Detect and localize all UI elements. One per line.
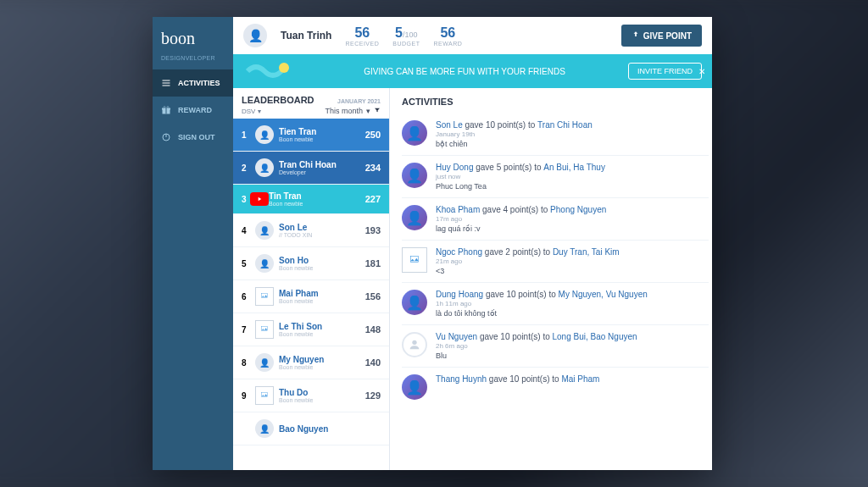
- invite-friend-button[interactable]: INVITE FRIEND: [628, 63, 702, 80]
- user-avatar[interactable]: 👤: [243, 24, 267, 47]
- user-name: Tuan Trinh: [281, 30, 331, 42]
- activity-time: 2h 6m ago: [436, 342, 709, 350]
- leaderboard-points: 156: [365, 291, 381, 302]
- org-name: DESIGNVELOPER: [153, 55, 233, 69]
- leaderboard-points: 227: [365, 194, 381, 204]
- activity-time: January 19th: [436, 130, 709, 138]
- activity-text: Khoa Pham gave 4 point(s) to Phong Nguye…: [436, 205, 709, 214]
- give-point-label: GIVE POINT: [643, 31, 692, 41]
- avatar: 👤: [255, 158, 274, 177]
- leaderboard-row[interactable]: 8👤My NguyenBoon newbie140: [233, 346, 389, 379]
- avatar-blank: [402, 332, 427, 357]
- activity-text: Vu Nguyen gave 10 point(s) to Long Bui, …: [436, 332, 709, 341]
- avatar-placeholder: [255, 386, 274, 405]
- leaderboard-name: Son Ho: [279, 256, 365, 265]
- activity-message: bột chiên: [436, 140, 709, 148]
- avatar: 👤: [255, 254, 274, 273]
- gift-icon: [161, 105, 173, 115]
- leaderboard-rank: 3: [242, 195, 250, 204]
- leaderboard-panel: LEADERBOARD JANUARY 2021 DSV ▾ This mont…: [233, 88, 390, 470]
- sidebar: boon DESIGNVELOPER ACTIVITIES REWARD SIG…: [153, 17, 233, 470]
- leaderboard-name: My Nguyen: [279, 355, 365, 364]
- power-icon: [161, 132, 173, 142]
- stat-received-label: RECEIVED: [345, 41, 379, 47]
- nav-activities-label: ACTIVITIES: [178, 79, 220, 87]
- leaderboard-role: Boon newbie: [279, 298, 365, 304]
- nav-activities[interactable]: ACTIVITIES: [153, 69, 233, 97]
- leaderboard-rank: 2: [242, 163, 250, 173]
- leaderboard-role: Boon newbie: [279, 331, 365, 337]
- svg-rect-5: [166, 108, 167, 114]
- leaderboard-row[interactable]: 👤Bao Nguyen: [233, 412, 389, 445]
- svg-rect-0: [163, 80, 170, 81]
- leaderboard-rank: 6: [242, 292, 250, 302]
- leaderboard-title: LEADERBOARD: [242, 95, 314, 105]
- leaderboard-row[interactable]: 5👤Son HoBoon newbie181: [233, 247, 389, 280]
- activities-panel: ACTIVITIES 👤Son Le gave 10 point(s) to T…: [390, 88, 712, 470]
- leaderboard-role: Boon newbie: [279, 136, 365, 142]
- leaderboard-row[interactable]: 7Le Thi SonBoon newbie148: [233, 313, 389, 346]
- youtube-icon: [250, 192, 269, 206]
- leaderboard-name: Le Thi Son: [279, 322, 365, 331]
- invite-banner: GIVING CAN BE MORE FUN WITH YOUR FRIENDS…: [233, 54, 712, 88]
- leaderboard-row[interactable]: 2👤Tran Chi HoanDeveloper234: [233, 152, 389, 185]
- leaderboard-rank: 4: [242, 226, 250, 235]
- leaderboard-name: Son Le: [279, 223, 365, 232]
- main-panel: 👤 Tuan Trinh 56 RECEIVED 5/100 BUDGET 56…: [233, 17, 712, 470]
- leaderboard-points: 193: [365, 225, 381, 235]
- stat-budget-label: BUDGET: [392, 41, 420, 47]
- activities-title: ACTIVITIES: [390, 88, 712, 113]
- leaderboard-role: Boon newbie: [279, 364, 365, 370]
- nav-reward[interactable]: REWARD: [153, 97, 233, 124]
- banner-close-icon[interactable]: ✕: [698, 67, 705, 76]
- leaderboard-filter[interactable]: This month ▾: [325, 107, 381, 115]
- activity-item: 👤Dung Hoang gave 10 point(s) to My Nguye…: [402, 282, 709, 324]
- leaderboard-points: 140: [365, 357, 381, 368]
- svg-rect-11: [262, 294, 268, 298]
- stat-reward-value: 56: [433, 25, 462, 41]
- leaderboard-points: 129: [365, 390, 381, 401]
- stat-received: 56 RECEIVED: [345, 25, 379, 47]
- leaderboard-date: JANUARY 2021: [337, 98, 381, 104]
- avatar: 👤: [402, 120, 427, 146]
- activity-message: lag quá rồi :v: [436, 224, 709, 233]
- app-window: boon DESIGNVELOPER ACTIVITIES REWARD SIG…: [153, 17, 712, 470]
- leaderboard-rank: 9: [242, 391, 250, 401]
- activity-text: Huy Dong gave 5 point(s) to An Bui, Ha T…: [436, 163, 709, 172]
- svg-rect-2: [163, 86, 170, 86]
- activity-time: 21m ago: [436, 257, 709, 265]
- leaderboard-points: 234: [365, 163, 381, 173]
- leaderboard-row[interactable]: 1👤Tien TranBoon newbie250: [233, 119, 389, 152]
- leaderboard-row[interactable]: 6Mai PhamBoon newbie156: [233, 280, 389, 313]
- give-point-button[interactable]: GIVE POINT: [621, 25, 702, 47]
- leaderboard-row[interactable]: 3Tin TranBoon newbie227: [233, 185, 389, 214]
- leaderboard-name: Bao Nguyen: [279, 424, 381, 434]
- filter-icon: [374, 107, 381, 115]
- leaderboard-role: Boon newbie: [269, 201, 365, 207]
- leaderboard-points: 148: [365, 324, 381, 335]
- activity-text: Ngoc Phong gave 2 point(s) to Duy Tran, …: [436, 247, 709, 257]
- stat-received-value: 56: [345, 25, 379, 41]
- leaderboard-name: Tran Chi Hoan: [279, 160, 365, 169]
- stat-budget-value: 5: [395, 25, 403, 40]
- leaderboard-rank: 5: [242, 259, 250, 268]
- activity-item: 👤Khoa Pham gave 4 point(s) to Phong Nguy…: [402, 197, 709, 240]
- leaderboard-row[interactable]: 4👤Son Le// TODO XIN193: [233, 214, 389, 247]
- activity-text: Dung Hoang gave 10 point(s) to My Nguyen…: [436, 290, 709, 299]
- leaderboard-scope[interactable]: DSV ▾: [242, 108, 261, 115]
- leaderboard-name: Tin Tran: [269, 191, 365, 201]
- stat-budget: 5/100 BUDGET: [392, 25, 420, 47]
- upload-icon: [632, 30, 640, 41]
- stat-reward-label: REWARD: [433, 41, 462, 47]
- leaderboard-row[interactable]: 9Thu DoBoon newbie129: [233, 379, 389, 412]
- activities-list[interactable]: 👤Son Le gave 10 point(s) to Tran Chi Hoa…: [390, 113, 712, 470]
- leaderboard-list[interactable]: 1👤Tien TranBoon newbie2502👤Tran Chi Hoan…: [233, 119, 389, 470]
- leaderboard-rank: 7: [242, 325, 250, 335]
- avatar: 👤: [255, 353, 274, 372]
- activity-message: là do tôi không tốt: [436, 309, 709, 318]
- activity-time: 17m ago: [436, 215, 709, 223]
- nav-signout[interactable]: SIGN OUT: [153, 124, 233, 151]
- activity-time: 1h 11m ago: [436, 300, 709, 307]
- leaderboard-role: Developer: [279, 169, 365, 175]
- svg-rect-14: [410, 256, 418, 262]
